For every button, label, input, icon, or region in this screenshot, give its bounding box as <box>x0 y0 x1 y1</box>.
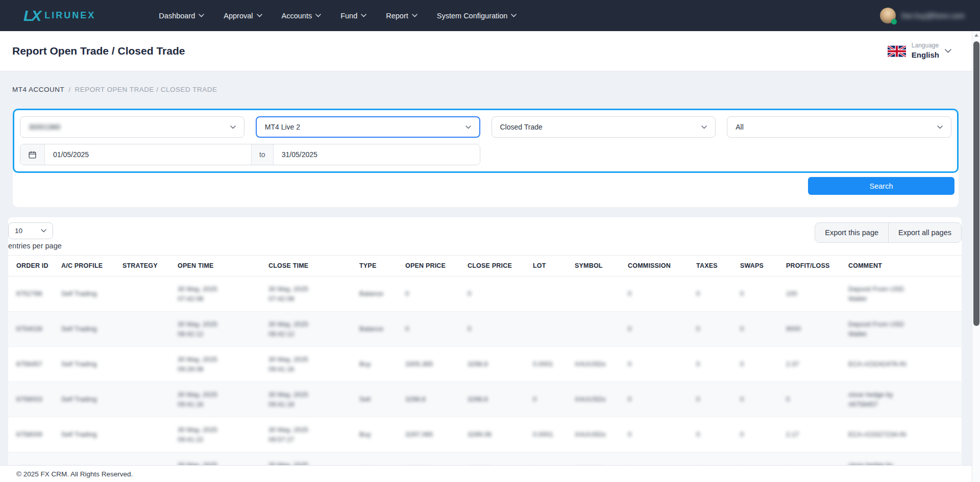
chevron-down-icon <box>945 49 951 53</box>
table-header-row: ORDER IDA/C PROFILESTRATEGYOPEN TIMECLOS… <box>8 256 962 276</box>
table-cell-text: 30 May, 2025 09:57:27 <box>268 425 308 445</box>
chevron-down-icon <box>701 125 707 129</box>
vertical-scrollbar[interactable] <box>972 31 980 482</box>
table-cell-text: 0 <box>740 324 744 334</box>
table-cell-text: 30 May, 2025 09:26:08 <box>178 354 217 374</box>
chevron-down-icon <box>511 14 517 17</box>
nav-item-fund[interactable]: Fund <box>340 12 366 20</box>
date-from-input[interactable] <box>45 144 251 165</box>
table-cell: 0 <box>735 347 781 382</box>
column-header-open-time: OPEN TIME <box>173 256 263 276</box>
brand-logo[interactable]: LX LIRUNEX <box>23 7 95 24</box>
table-row: 6752786Self Trading30 May, 2025 07:42:08… <box>8 276 962 312</box>
table-cell: 0 <box>400 312 462 347</box>
table-cell-text: 0 <box>740 394 744 404</box>
export-this-page-button[interactable]: Export this page <box>815 223 888 242</box>
table-cell: 0 <box>528 382 570 417</box>
table-cell <box>117 276 173 312</box>
table-cell: 30 May, 2025 07:42:08 <box>173 276 263 312</box>
table-cell: 6756457 <box>8 347 56 382</box>
table-cell-text: 0 <box>468 289 471 299</box>
column-header-a-c-profile: A/C PROFILE <box>56 256 117 276</box>
table-cell: 6752786 <box>8 276 56 312</box>
search-button[interactable]: Search <box>808 177 954 195</box>
table-cell: Self Trading <box>56 276 117 312</box>
chevron-down-icon <box>257 14 262 17</box>
server-select[interactable]: MT4 Live 2 <box>256 116 480 138</box>
table-cell-text: 0 <box>628 324 631 334</box>
nav-item-dashboard[interactable]: Dashboard <box>159 12 204 20</box>
table-cell: Deposit From USD Wallet <box>843 312 962 347</box>
table-cell: 0 <box>735 417 781 452</box>
language-selector[interactable]: Language English <box>888 42 951 60</box>
column-header-close-time: CLOSE TIME <box>263 256 354 276</box>
nav-item-accounts[interactable]: Accounts <box>282 12 322 20</box>
scroll-up-arrow-icon[interactable] <box>972 31 980 39</box>
nav-item-approval[interactable]: Approval <box>224 12 262 20</box>
table-cell-text: 0 <box>696 359 700 369</box>
table-cell: ECA-#23327234-IN <box>843 417 962 452</box>
nav-menu: DashboardApprovalAccountsFundReportSyste… <box>159 12 517 20</box>
account-select[interactable]: 30001980 <box>20 116 244 138</box>
column-header-taxes: TAXES <box>691 256 735 276</box>
table-cell: Buy <box>354 417 400 452</box>
table-cell: 3298.8 <box>462 347 528 382</box>
entries-per-page-select[interactable]: 10 <box>8 222 53 239</box>
table-cell: 3298.8 <box>400 382 462 417</box>
table-cell-text: 30 May, 2025 09:41:16 <box>178 390 217 410</box>
page-title: Report Open Trade / Closed Trade <box>12 45 185 57</box>
table-cell-text: 6752786 <box>16 289 42 299</box>
user-menu[interactable]: live.huy@forex.com <box>880 8 965 23</box>
table-cell: 0 <box>691 347 735 382</box>
table-cell: 0 <box>623 382 691 417</box>
table-cell-text: 0.0001 <box>533 429 553 440</box>
calendar-addon[interactable] <box>20 144 45 165</box>
table-cell: 0.0001 <box>528 417 570 452</box>
date-range-group: to <box>20 144 480 165</box>
breadcrumb-separator: / <box>68 86 70 93</box>
table-cell-text: ECA-#23327234-IN <box>848 429 906 440</box>
table-cell <box>528 276 570 312</box>
language-label: Language <box>912 42 939 50</box>
table-cell-text: 30 May, 2025 09:41:16 <box>268 390 308 410</box>
online-status-dot <box>891 19 897 24</box>
chevron-down-icon <box>41 229 46 233</box>
table-controls: 10 entries per page Export this page Exp… <box>8 222 962 250</box>
table-cell: 3299.06 <box>462 417 528 452</box>
table-cell: 0 <box>623 417 691 452</box>
table-cell-text: 30 May, 2025 07:42:08 <box>268 284 308 304</box>
table-cell-text: 0 <box>786 394 790 404</box>
trade-type-select[interactable]: Closed Trade <box>492 116 716 138</box>
table-cell: 0 <box>781 382 843 417</box>
nav-item-report[interactable]: Report <box>386 12 418 20</box>
table-cell: Deposit From USD Wallet <box>843 276 962 312</box>
entries-per-page-value: 10 <box>15 227 22 235</box>
column-header-close-price: CLOSE PRICE <box>462 256 528 276</box>
table-cell: 9000 <box>781 312 843 347</box>
column-header-commission: COMMISSION <box>623 256 691 276</box>
table-cell <box>117 417 173 452</box>
table-cell: 30 May, 2025 09:41:16 <box>173 382 263 417</box>
table-cell-text: 30 May, 2025 07:42:08 <box>178 284 217 304</box>
breadcrumb-section[interactable]: MT4 ACCOUNT <box>12 86 64 93</box>
table-cell: 30 May, 2025 08:42:12 <box>173 312 263 347</box>
nav-item-system-configuration[interactable]: System Configuration <box>437 12 517 20</box>
table-cell-text: 0 <box>628 359 631 369</box>
table-cell <box>570 276 623 312</box>
scope-select[interactable]: All <box>727 116 951 138</box>
table-cell: 30 May, 2025 09:57:27 <box>263 417 354 452</box>
copyright-text: © 2025 FX CRM. All Rights Reserved. <box>16 470 133 478</box>
table-cell: close hedge by #6758457 <box>843 382 962 417</box>
date-to-input[interactable] <box>274 144 480 165</box>
export-all-pages-button[interactable]: Export all pages <box>888 223 961 242</box>
table-cell: 3305.365 <box>400 347 462 382</box>
brand-name: LIRUNEX <box>44 10 95 21</box>
table-cell: Balance <box>354 312 400 347</box>
table-cell-text: 0 <box>740 359 744 369</box>
table-cell: Self Trading <box>56 312 117 347</box>
table-cell: 0 <box>735 312 781 347</box>
avatar[interactable] <box>880 8 896 23</box>
table-cell-text: 0 <box>696 429 700 440</box>
scrollbar-thumb[interactable] <box>973 41 979 326</box>
table-cell-text: 30 May, 2025 09:41:22 <box>178 425 217 445</box>
